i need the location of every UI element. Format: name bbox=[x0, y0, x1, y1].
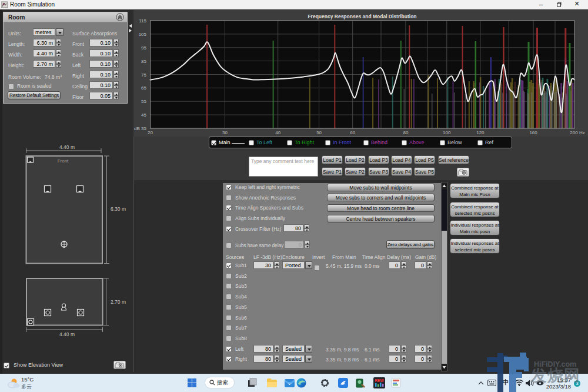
svg-text:85: 85 bbox=[141, 59, 146, 64]
svg-text:65: 65 bbox=[141, 85, 146, 91]
svg-text:100: 100 bbox=[443, 130, 451, 135]
svg-text:120: 120 bbox=[476, 130, 485, 135]
svg-text:200 Hz: 200 Hz bbox=[570, 130, 584, 135]
svg-text:Front: Front bbox=[58, 158, 69, 164]
svg-text:115: 115 bbox=[139, 18, 146, 24]
svg-text:45: 45 bbox=[141, 112, 146, 118]
svg-text:105: 105 bbox=[139, 32, 147, 37]
svg-text:4.40 m: 4.40 m bbox=[59, 144, 75, 150]
svg-text:REW: REW bbox=[375, 378, 384, 383]
svg-text:60: 60 bbox=[350, 130, 355, 135]
svg-text:40: 40 bbox=[275, 130, 280, 135]
svg-text:Frequency Responses and Modal: Frequency Responses and Modal Distributi… bbox=[308, 14, 416, 19]
svg-text:6.30 m: 6.30 m bbox=[111, 206, 126, 212]
svg-text:2.70 m: 2.70 m bbox=[111, 299, 126, 305]
svg-text:dB 35: dB 35 bbox=[134, 126, 146, 131]
svg-text:20: 20 bbox=[148, 130, 153, 135]
svg-text:55: 55 bbox=[141, 99, 146, 104]
svg-text:160: 160 bbox=[529, 130, 537, 135]
svg-text:4.40 m: 4.40 m bbox=[59, 331, 75, 337]
svg-text:50: 50 bbox=[316, 130, 322, 135]
svg-text:30: 30 bbox=[222, 130, 228, 135]
svg-text:75: 75 bbox=[141, 72, 146, 78]
svg-text:80: 80 bbox=[403, 130, 408, 135]
svg-text:95: 95 bbox=[141, 45, 146, 51]
